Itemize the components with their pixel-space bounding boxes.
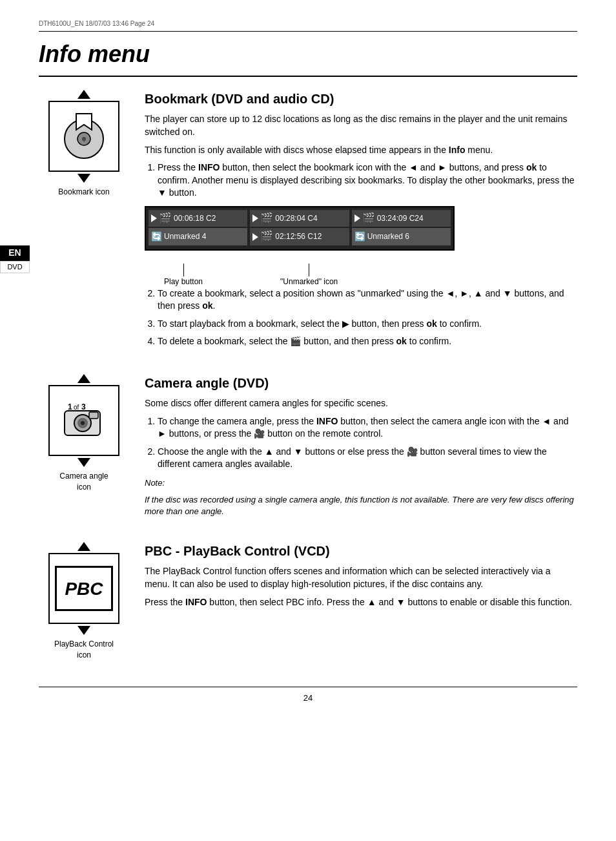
unmarked-icon-4: 🔄	[151, 231, 162, 244]
film-icon-2: 🎬	[260, 211, 273, 225]
play-tri-3	[354, 214, 360, 222]
bookmark-content: Bookmark (DVD and audio CD) The player c…	[145, 90, 577, 355]
pbc-icon-wrapper: PBC	[48, 542, 119, 635]
bm-cell-2: 🎬 00:28:04 C4	[250, 210, 349, 227]
bookmark-section: ✦ Bookmark icon Bookmark (DVD and audio …	[39, 90, 577, 355]
bm-time-3: 03:24:09 C24	[377, 213, 424, 224]
svg-text:1: 1	[68, 402, 72, 411]
camera-icon-box: 1 of 3	[48, 385, 119, 456]
bookmark-step3: To start playback from a bookmark, selec…	[158, 318, 577, 331]
page-footer: 24	[39, 687, 577, 704]
pbc-text: PBC	[65, 576, 103, 601]
caption-play: Play button	[164, 264, 203, 287]
film-icon-3: 🎬	[362, 211, 375, 225]
en-dvd-badge: EN DVD	[0, 245, 30, 273]
play-tri-1	[151, 214, 157, 222]
caption-unmarked-line	[309, 264, 309, 276]
pbc-title: PBC - PlayBack Control (VCD)	[145, 542, 577, 560]
bookmark-step2: To create a bookmark, select a position …	[158, 287, 577, 313]
bm-time-1: 00:06:18 C2	[174, 213, 216, 224]
bookmark-para2: This function is only available with dis…	[145, 144, 577, 157]
camera-step2: Choose the angle with the ▲ and ▼ button…	[158, 446, 577, 471]
camera-note-label: Note:	[145, 477, 577, 489]
svg-text:of: of	[74, 404, 79, 411]
play-tri-5	[252, 233, 258, 241]
caption-play-line	[183, 264, 184, 276]
bm-time-6: Unmarked 6	[367, 231, 409, 242]
header-text: DTH6100U_EN 18/07/03 13:46 Page 24	[39, 20, 154, 27]
camera-title: Camera angle (DVD)	[145, 374, 577, 392]
camera-content: Camera angle (DVD) Some discs offer diff…	[145, 374, 577, 523]
header-line: DTH6100U_EN 18/07/03 13:46 Page 24	[39, 19, 577, 32]
pbc-content: PBC - PlayBack Control (VCD) The PlayBac…	[145, 542, 577, 661]
bookmark-icon-wrapper: ✦	[48, 90, 119, 183]
caption-unmarked: "Unmarked" icon	[280, 264, 338, 287]
pbc-icon-label: PlayBack Control icon	[54, 639, 114, 661]
bm-cell-5: 🎬 02:12:56 C12	[250, 228, 349, 245]
bookmark-title: Bookmark (DVD and audio CD)	[145, 90, 577, 108]
bookmark-steps-2: To create a bookmark, select a position …	[145, 287, 577, 348]
film-icon-1: 🎬	[159, 211, 172, 225]
camera-icon-label: Camera angle icon	[59, 471, 108, 493]
pbc-icon-box: PBC	[48, 553, 119, 624]
svg-text:3: 3	[81, 402, 86, 411]
pbc-para2: Press the INFO button, then select PBC i…	[145, 596, 577, 609]
pbc-para1: The PlayBack Control function offers sce…	[145, 565, 577, 590]
bm-cell-4: 🔄 Unmarked 4	[149, 228, 247, 245]
pbc-section: PBC PlayBack Control icon PBC - PlayBack…	[39, 542, 577, 661]
camera-icon-col: 1 of 3 Camera angle icon	[39, 374, 129, 523]
page-title: Info menu	[39, 38, 577, 77]
pbc-icon-col: PBC PlayBack Control icon	[39, 542, 129, 661]
svg-text:✦: ✦	[81, 137, 87, 144]
bm-time-2: 00:28:04 C4	[275, 213, 317, 224]
bookmark-arrow-up	[77, 90, 90, 99]
film-icon-5: 🎬	[260, 229, 273, 244]
bookmark-menu-display: 🎬 00:06:18 C2 🎬 00:28:04 C4 🎬 03:24:09 C…	[145, 206, 455, 251]
caption-unmarked-label: "Unmarked" icon	[280, 276, 338, 287]
bookmark-row-1: 🎬 00:06:18 C2 🎬 00:28:04 C4 🎬 03:24:09 C…	[149, 210, 451, 227]
bookmark-arrow-down	[77, 174, 90, 183]
bookmark-steps: Press the INFO button, then select the b…	[145, 161, 577, 200]
bookmark-step1: Press the INFO button, then select the b…	[158, 161, 577, 200]
caption-play-label: Play button	[164, 276, 203, 287]
pbc-arrow-up	[77, 542, 90, 551]
camera-steps: To change the camera angle, press the IN…	[145, 415, 577, 471]
bookmark-icon-box: ✦	[48, 101, 119, 172]
en-label: EN	[0, 245, 30, 261]
camera-arrow-down	[77, 458, 90, 467]
camera-icon-svg: 1 of 3	[58, 395, 110, 446]
camera-arrow-up	[77, 374, 90, 383]
camera-note-text: If the disc was recorded using a single …	[145, 494, 577, 517]
bookmark-step4: To delete a bookmark, select the 🎬 butto…	[158, 335, 577, 348]
unmarked-icon-6: 🔄	[354, 231, 365, 244]
bookmark-captions: Play button "Unmarked" icon	[164, 264, 577, 287]
play-tri-2	[252, 214, 258, 222]
camera-para1: Some discs offer different camera angles…	[145, 397, 577, 410]
dvd-label: DVD	[0, 261, 30, 273]
bm-cell-1: 🎬 00:06:18 C2	[149, 210, 247, 227]
pbc-arrow-down	[77, 626, 90, 635]
svg-point-8	[81, 421, 85, 425]
page-number: 24	[303, 693, 313, 703]
bookmark-row-2: 🔄 Unmarked 4 🎬 02:12:56 C12 🔄 Unmarked 6	[149, 228, 451, 245]
bm-time-4: Unmarked 4	[164, 231, 206, 242]
bookmark-para1: The player can store up to 12 disc locat…	[145, 113, 577, 138]
bm-cell-3: 🎬 03:24:09 C24	[352, 210, 451, 227]
svg-rect-9	[89, 412, 98, 419]
camera-section: 1 of 3 Camera angle icon Camera angle (D…	[39, 374, 577, 523]
pbc-text-box: PBC	[55, 566, 113, 611]
bookmark-icon-col: ✦ Bookmark icon	[39, 90, 129, 355]
bm-cell-6: 🔄 Unmarked 6	[352, 228, 451, 245]
bm-time-5: 02:12:56 C12	[275, 231, 322, 242]
bookmark-icon-svg: ✦	[58, 110, 110, 162]
bookmark-icon-label: Bookmark icon	[58, 187, 109, 198]
camera-step1: To change the camera angle, press the IN…	[158, 415, 577, 441]
camera-icon-wrapper: 1 of 3	[48, 374, 119, 467]
